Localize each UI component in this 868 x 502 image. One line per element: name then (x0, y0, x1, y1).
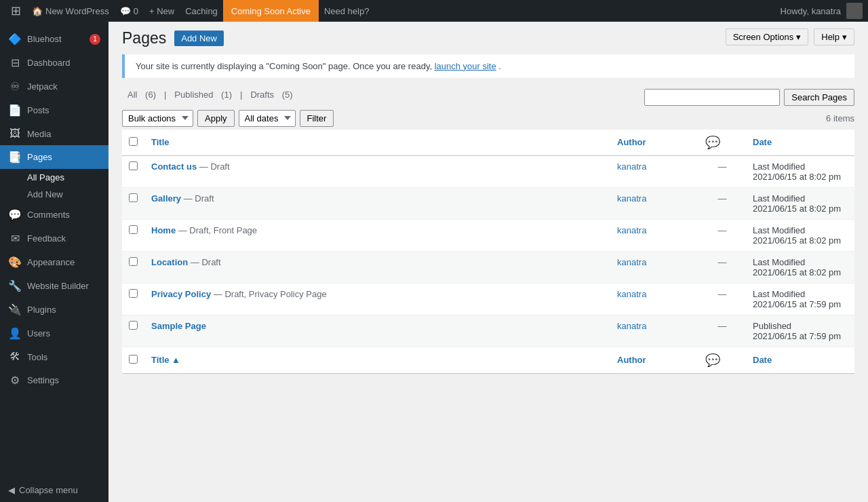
row-author-link[interactable]: kanatra (617, 193, 646, 204)
row-status: — Draft (184, 193, 214, 204)
row-comments-value: — (718, 321, 727, 331)
row-date-cell: Last Modified 2021/06/15 at 7:59 pm (746, 283, 854, 315)
row-title-link[interactable]: Location (151, 257, 188, 267)
sidebar-submenu-pages: All Pages Add New (0, 169, 108, 203)
adminbar-coming-soon[interactable]: Coming Soon Active (223, 0, 319, 22)
adminbar-comments[interactable]: 💬 0 (115, 0, 144, 22)
media-icon: 🖼 (8, 128, 22, 140)
row-title-link[interactable]: Sample Page (151, 321, 206, 331)
adminbar-caching[interactable]: Caching (180, 0, 223, 22)
search-input[interactable] (644, 89, 780, 106)
adminbar-new[interactable]: + New (144, 0, 180, 22)
row-checkbox-cell (122, 251, 144, 283)
select-all-footer-checkbox[interactable] (129, 355, 138, 364)
row-status: — Draft, Privacy Policy Page (214, 289, 327, 299)
filter-all-link[interactable]: All (6) (125, 90, 159, 100)
row-title-link[interactable]: Contact us (151, 161, 197, 172)
row-checkbox[interactable] (129, 321, 138, 330)
sidebar-item-posts[interactable]: 📄 Posts (0, 98, 108, 122)
row-date-value: 2021/06/15 at 8:02 pm (753, 235, 841, 246)
avatar[interactable] (846, 3, 863, 19)
table-row: Location — Draft kanatra — Last Modified… (122, 251, 854, 283)
sidebar-item-tools[interactable]: 🛠 Tools (0, 345, 108, 368)
sidebar-item-feedback[interactable]: ✉ Feedback (0, 227, 108, 250)
row-checkbox[interactable] (129, 193, 138, 202)
date-sort-link[interactable]: Date (753, 137, 772, 147)
row-title-cell: Privacy Policy — Draft, Privacy Policy P… (144, 283, 610, 315)
footer-title-col[interactable]: Title ▲ (144, 347, 610, 373)
pages-icon: 📑 (8, 151, 22, 163)
filter-links: All (6) | Published (1) | (122, 90, 298, 100)
row-date-value: 2021/06/15 at 7:59 pm (753, 299, 841, 309)
footer-author-col: Author (610, 347, 698, 373)
bulk-actions-select[interactable]: Bulk actions (122, 110, 193, 127)
adminbar-site-name[interactable]: 🏠 New WordPress (26, 0, 115, 22)
comments-icon: 💬 (8, 208, 22, 221)
author-sort-link[interactable]: Author (617, 137, 646, 147)
posts-icon: 📄 (8, 104, 22, 117)
row-author-link[interactable]: kanatra (617, 321, 646, 331)
row-author-link[interactable]: kanatra (617, 161, 646, 172)
sidebar-item-all-pages[interactable]: All Pages (0, 169, 108, 186)
filter-all[interactable]: All (6) (125, 90, 159, 100)
sidebar-item-media[interactable]: 🖼 Media (0, 122, 108, 145)
select-all-checkbox[interactable] (129, 137, 138, 146)
footer-date-col: Date (746, 347, 854, 373)
header-title-col[interactable]: Title (144, 130, 610, 156)
row-title-cell: Gallery — Draft (144, 187, 610, 219)
admin-bar-home-icon: 🏠 (32, 6, 43, 16)
row-checkbox[interactable] (129, 257, 138, 266)
sidebar-item-bluehost[interactable]: 🔷 Bluehost 1 (0, 27, 108, 51)
row-author-link[interactable]: kanatra (617, 257, 646, 267)
row-date-cell: Last Modified 2021/06/15 at 8:02 pm (746, 187, 854, 219)
adminbar-need-help[interactable]: Need help? (319, 0, 375, 22)
screen-options-button[interactable]: Screen Options ▾ (726, 28, 809, 45)
sidebar-item-comments[interactable]: 💬 Comments (0, 203, 108, 227)
search-pages-button[interactable]: Search Pages (784, 89, 854, 106)
sidebar-item-website-builder[interactable]: 🔧 Website Builder (0, 274, 108, 298)
row-title-link[interactable]: Privacy Policy (151, 289, 211, 299)
collapse-menu-button[interactable]: ◀ Collapse menu (0, 478, 108, 502)
row-status: — Draft, Front Page (178, 225, 257, 235)
sidebar-item-appearance[interactable]: 🎨 Appearance (0, 250, 108, 274)
row-author-cell: kanatra (610, 251, 698, 283)
row-comments-cell: — (698, 219, 746, 251)
footer-date-sort-link[interactable]: Date (753, 355, 772, 365)
launch-site-link[interactable]: launch your site (435, 61, 496, 71)
filter-drafts[interactable]: Drafts (5) (248, 90, 295, 100)
sidebar-item-users[interactable]: 👤 Users (0, 322, 108, 345)
footer-title-sort-link[interactable]: Title ▲ (151, 355, 180, 365)
add-new-button[interactable]: Add New (174, 31, 224, 46)
header-author-col[interactable]: Author (610, 130, 698, 156)
filter-published[interactable]: Published (1) (172, 90, 235, 100)
row-checkbox[interactable] (129, 225, 138, 234)
row-date-status: Last Modified (753, 257, 805, 267)
row-author-link[interactable]: kanatra (617, 225, 646, 235)
row-date-cell: Published 2021/06/15 at 7:59 pm (746, 315, 854, 347)
apply-button[interactable]: Apply (197, 110, 235, 127)
sidebar-item-add-new[interactable]: Add New (0, 186, 108, 203)
row-checkbox[interactable] (129, 289, 138, 298)
row-author-link[interactable]: kanatra (617, 289, 646, 299)
row-checkbox-cell (122, 155, 144, 187)
sidebar-item-pages[interactable]: 📑 Pages (0, 145, 108, 169)
filter-published-link[interactable]: Published (1) (172, 90, 235, 100)
top-right-buttons: Screen Options ▾ Help ▾ (726, 28, 854, 45)
row-title-cell: Sample Page (144, 315, 610, 347)
filter-drafts-link[interactable]: Drafts (5) (248, 90, 295, 100)
sidebar-item-plugins[interactable]: 🔌 Plugins (0, 298, 108, 322)
header-date-col[interactable]: Date (746, 130, 854, 156)
sidebar-item-dashboard[interactable]: ⊟ Dashboard (0, 51, 108, 75)
filter-button[interactable]: Filter (300, 110, 334, 127)
header-comments-col[interactable]: 💬 (698, 130, 746, 156)
dates-select[interactable]: All dates (239, 110, 296, 127)
row-title-link[interactable]: Gallery (151, 193, 181, 204)
sidebar-item-settings[interactable]: ⚙ Settings (0, 368, 108, 392)
help-button[interactable]: Help ▾ (814, 28, 854, 45)
row-comments-cell: — (698, 251, 746, 283)
sidebar-item-jetpack[interactable]: ♾ Jetpack (0, 75, 108, 98)
wp-logo-icon[interactable]: ⊞ (5, 3, 26, 18)
row-title-link[interactable]: Home (151, 225, 176, 235)
title-sort-link[interactable]: Title (151, 137, 170, 147)
row-checkbox[interactable] (129, 161, 138, 170)
